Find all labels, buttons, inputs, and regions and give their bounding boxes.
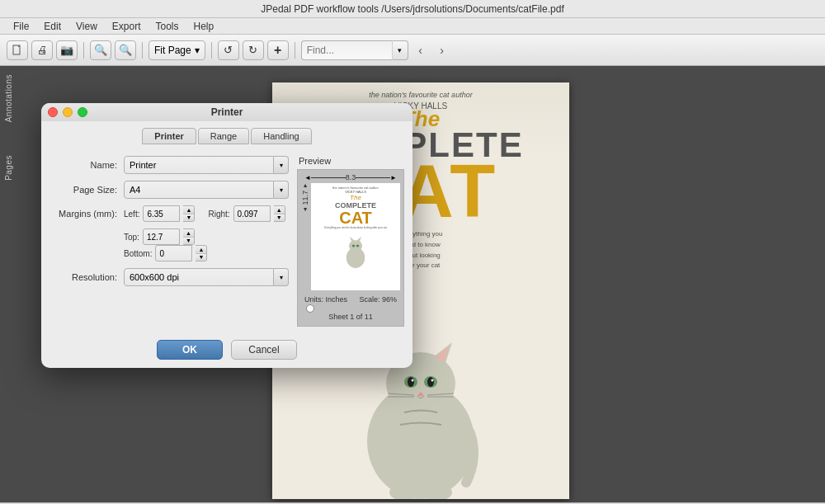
svg-point-10 [427, 377, 434, 387]
left-margin-group: Left: ▲ ▼ [124, 205, 195, 222]
bottom-up-btn[interactable]: ▲ [196, 246, 206, 254]
top-down-btn[interactable]: ▼ [183, 238, 194, 245]
bottom-label: Bottom: [124, 249, 152, 258]
right-margin-input[interactable] [233, 205, 271, 222]
preview-container: ◄ 8.3 ► ▲ 11.7 ▼ [297, 169, 404, 327]
separator-1 [83, 42, 84, 59]
resolution-input[interactable] [124, 268, 274, 286]
left-label: Left: [124, 210, 139, 219]
right-margin-spinner[interactable]: ▲ ▼ [274, 205, 285, 222]
search-next-button[interactable]: › [433, 40, 451, 60]
window-title: JPedal PDF workflow tools /Users/jdrsolu… [261, 3, 563, 15]
fit-page-select[interactable]: Fit Page ▾ [148, 40, 205, 60]
scale-label: Scale: 96% [359, 295, 397, 304]
search-prev-button[interactable]: ‹ [412, 40, 430, 60]
tab-handling[interactable]: Handling [251, 128, 311, 144]
preview-info: Units: Inches Scale: 96% [301, 294, 400, 305]
sheet-info: Sheet 1 of 11 [301, 311, 400, 323]
bottom-margin-input[interactable] [155, 245, 192, 261]
right-label: Right: [208, 210, 229, 219]
svg-point-21 [349, 240, 362, 252]
search-area: ▾ [301, 40, 408, 60]
menu-view[interactable]: View [69, 19, 104, 34]
menu-export[interactable]: Export [106, 19, 148, 34]
add-button[interactable]: + [267, 40, 289, 60]
name-input[interactable] [124, 156, 274, 174]
preview-label: Preview [297, 156, 404, 166]
dialog-controls [48, 107, 87, 117]
left-up-btn[interactable]: ▲ [183, 206, 194, 214]
bottom-down-btn[interactable]: ▼ [196, 254, 206, 261]
svg-point-12 [431, 379, 434, 382]
toolbar: 🖨 📷 🔍 🔍 Fit Page ▾ ↺ ↻ + ▾ ‹ › [0, 35, 825, 66]
menu-help[interactable]: Help [187, 19, 221, 34]
name-dropdown-btn[interactable]: ▾ [274, 156, 289, 174]
right-up-btn[interactable]: ▲ [274, 206, 285, 214]
bottom-margin-spinner[interactable]: ▲ ▼ [196, 245, 207, 261]
svg-point-11 [412, 379, 414, 382]
redo-button[interactable]: ↻ [243, 40, 264, 60]
left-margin-spinner[interactable]: ▲ ▼ [183, 205, 195, 222]
dialog-tabs: Printer Range Handling [41, 121, 412, 148]
svg-point-9 [408, 377, 414, 387]
search-input[interactable] [301, 40, 392, 60]
height-measurement: ▲ 11.7 ▼ [301, 183, 309, 213]
resolution-input-group: ▾ [124, 268, 289, 286]
name-input-group: ▾ [124, 156, 289, 174]
left-tabs: Annotations Pages [0, 66, 16, 502]
ok-button[interactable]: OK [157, 340, 223, 360]
new-button[interactable] [7, 40, 28, 60]
page-size-dropdown-btn[interactable]: ▾ [274, 181, 289, 199]
preview-page-wrapper: ▲ 11.7 ▼ the nation's favourite cat auth… [301, 183, 400, 290]
left-down-btn[interactable]: ▼ [183, 214, 194, 222]
zoom-out-button[interactable]: 🔍 [90, 40, 111, 60]
pages-tab[interactable]: Pages [4, 155, 13, 181]
dialog-title: Printer [50, 106, 404, 118]
name-row: Name: ▾ [50, 156, 289, 174]
zoom-in-button[interactable]: 🔍 [115, 40, 136, 60]
dialog-preview-panel: Preview ◄ 8.3 ► ▲ 11.7 [297, 156, 404, 327]
dialog-title-bar: Printer [41, 103, 412, 121]
svg-point-24 [352, 244, 356, 247]
separator-4 [295, 42, 295, 59]
slider-thumb[interactable] [306, 304, 314, 313]
bottom-margin-group: Bottom: ▲ ▼ [124, 245, 207, 261]
dialog-minimize-button[interactable] [63, 107, 73, 117]
tab-printer[interactable]: Printer [142, 128, 196, 144]
resolution-label: Resolution: [50, 272, 124, 282]
preview-slider[interactable] [304, 307, 397, 309]
page-size-label: Page Size: [50, 185, 124, 195]
cancel-button[interactable]: Cancel [231, 340, 297, 360]
preview-width-measurement: ◄ 8.3 ► [301, 173, 400, 181]
fit-page-label: Fit Page [154, 45, 191, 56]
camera-button[interactable]: 📷 [56, 40, 78, 60]
left-margin-input[interactable] [143, 205, 180, 222]
menu-edit[interactable]: Edit [37, 19, 68, 34]
tab-range[interactable]: Range [198, 128, 249, 144]
undo-button[interactable]: ↺ [218, 40, 239, 60]
annotations-tab[interactable]: Annotations [4, 74, 13, 122]
page-size-input[interactable] [124, 181, 274, 199]
svg-point-25 [356, 244, 360, 247]
preview-desc: Everything you need to know about lookin… [311, 226, 400, 229]
units-label: Units: Inches [304, 295, 347, 304]
dialog-footer: OK Cancel [41, 335, 412, 368]
top-up-btn[interactable]: ▲ [183, 229, 194, 238]
separator-3 [211, 42, 212, 59]
preview-page: the nation's favourite cat author VICKY … [311, 183, 400, 290]
search-dropdown[interactable]: ▾ [392, 40, 408, 60]
dialog-close-button[interactable] [48, 107, 58, 117]
print-button[interactable]: 🖨 [31, 40, 53, 60]
dialog-maximize-button[interactable] [78, 107, 87, 117]
menu-file[interactable]: File [7, 19, 35, 34]
top-margin-spinner[interactable]: ▲ ▼ [183, 228, 195, 245]
page-top-text: the nation's favourite cat author [272, 82, 569, 99]
width-label: 8.3 [346, 173, 356, 181]
separator-2 [142, 42, 143, 59]
right-down-btn[interactable]: ▼ [274, 214, 285, 222]
top-margin-input[interactable] [143, 228, 180, 245]
menu-tools[interactable]: Tools [149, 19, 186, 34]
height-label: 11.7 [301, 191, 309, 205]
slider-container [301, 305, 400, 311]
resolution-dropdown-btn[interactable]: ▾ [274, 268, 289, 286]
